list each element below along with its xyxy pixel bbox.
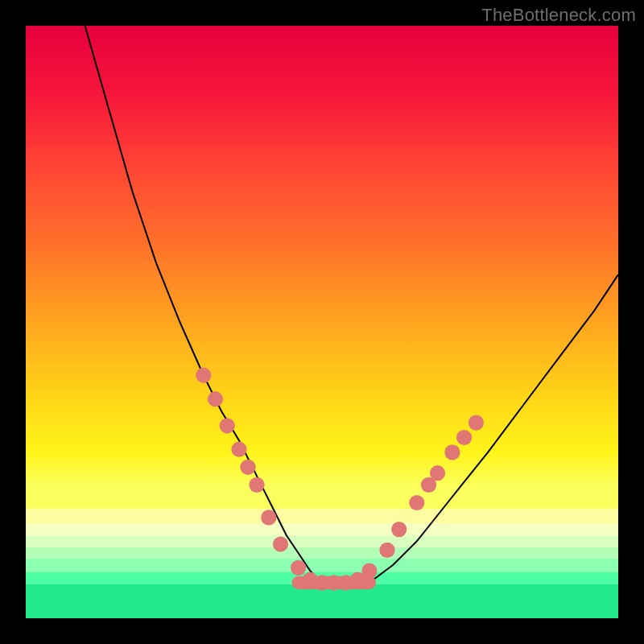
marker-dot bbox=[261, 510, 276, 525]
marker-dot bbox=[240, 460, 255, 475]
marker-dot bbox=[249, 477, 264, 493]
plot-area bbox=[26, 26, 618, 618]
marker-dot bbox=[456, 430, 472, 445]
marker-group bbox=[196, 368, 484, 591]
chart-frame: TheBottleneck.com bbox=[0, 0, 644, 644]
marker-dot bbox=[379, 543, 394, 558]
marker-dot bbox=[409, 495, 424, 510]
watermark-text: TheBottleneck.com bbox=[481, 5, 636, 26]
curve-layer bbox=[26, 26, 618, 618]
marker-dot bbox=[196, 368, 211, 383]
marker-dot bbox=[291, 560, 306, 576]
curve-path bbox=[85, 26, 618, 583]
marker-dot bbox=[444, 444, 460, 460]
marker-dot bbox=[430, 465, 445, 481]
bottleneck-curve bbox=[85, 26, 618, 583]
marker-dot bbox=[391, 522, 407, 537]
marker-dot bbox=[231, 442, 246, 457]
marker-dot bbox=[469, 415, 484, 431]
marker-dot bbox=[273, 536, 288, 551]
marker-dot bbox=[208, 391, 223, 407]
marker-dot bbox=[220, 418, 235, 433]
